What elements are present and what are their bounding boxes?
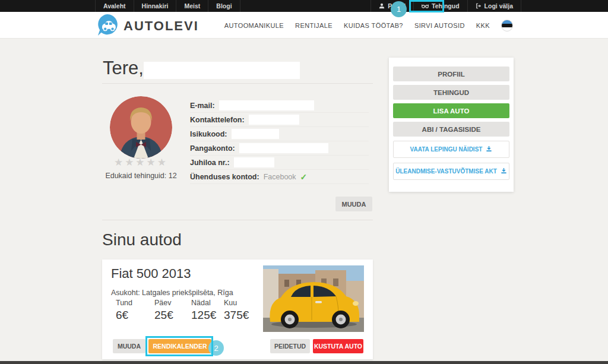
topbar-item-tehingud[interactable]: Tehingud [414,0,467,12]
logout-icon [476,3,482,9]
top-black-bar: Avaleht Hinnakiri Meist Blogi Profiil Te… [0,0,608,12]
price-value: 375€ [224,309,249,322]
price-period-label: Päev [154,299,173,307]
topbar-item-blogi[interactable]: Blogi [208,0,240,12]
car-hidden-button[interactable]: PEIDETUD [270,339,310,353]
price-value: 125€ [191,309,216,322]
connected-account-facebook: Facebook [264,173,296,181]
field-label: Juhiloa nr.: [190,159,230,167]
topbar-item-label: Avaleht [103,2,126,10]
price-column-month: Kuu 375€ [224,299,249,322]
button-label: VAATA LEPINGU NÄIDIST [410,146,483,153]
topbar-item-logout[interactable]: Logi välja [468,0,521,12]
sidebar-tehingud-button[interactable]: TEHINGUD [393,85,509,100]
annotation-step-2-badge: 2 [208,340,224,356]
successful-transactions-label: Edukaid tehinguid: 12 [95,172,187,180]
user-icon [379,3,385,9]
divider [102,220,373,220]
download-icon [486,145,492,153]
redacted-bank-value [239,143,328,153]
redacted-idcode-value [232,129,279,139]
car-title: Fiat 500 2013 [111,266,191,281]
delete-car-button[interactable]: KUSTUTA AUTO [313,339,363,353]
autolevi-logo-icon [96,14,119,39]
field-label: E-mail: [190,102,215,110]
price-value: 25€ [154,309,173,322]
price-column-week: Nädal 125€ [191,299,216,322]
annotation-step-1-badge: 1 [391,1,407,17]
brand-name: AUTOLEVI [124,18,199,34]
redacted-email-value [219,100,314,110]
nav-kuidas-tootab[interactable]: KUIDAS TÖÖTAB? [344,22,403,29]
autolevi-logo[interactable]: AUTOLEVI [96,14,199,39]
redacted-license-value [234,157,274,167]
nav-kkk[interactable]: KKK [476,22,490,29]
field-label: Kontakttelefon: [190,116,245,124]
nav-rentijale[interactable]: RENTIJALE [295,22,332,29]
topbar-item-hinnakiri[interactable]: Hinnakiri [134,0,177,12]
profile-fields: E-mail: Kontakttelefon: Isikukood: Panga… [190,99,369,184]
price-period-label: Tund [116,299,132,307]
topbar-item-label: Meist [184,2,200,10]
divider [102,83,373,84]
topbar-item-label: Hinnakiri [142,2,169,10]
field-row-bank: Pangakonto: [190,141,369,156]
field-label: Pangakonto: [190,144,235,153]
download-icon [501,167,507,175]
topbar-left-menu: Avaleht Hinnakiri Meist Blogi [95,0,240,12]
topbar-item-label: Blogi [216,2,232,10]
profile-photo [110,96,172,159]
estonia-flag-icon[interactable] [501,20,513,31]
price-value: 6€ [116,309,132,322]
car-edit-button[interactable]: MUUDA [113,339,145,353]
button-label: ÜLEANDMISE-VASTUVÕTMISE AKT [395,168,497,175]
field-row-license: Juhiloa nr.: [190,156,369,170]
profile-sidebar: PROFIIL TEHINGUD LISA AUTO ABI / TAGASIS… [389,58,514,192]
contract-sample-download-button[interactable]: VAATA LEPINGU NÄIDIST [393,141,509,158]
your-cars-title: Sinu autod [102,230,182,249]
autolevi-profile-page: Avaleht Hinnakiri Meist Blogi Profiil Te… [0,0,608,364]
field-label: Isikukood: [190,130,227,138]
price-column-hour: Tund 6€ [116,299,132,322]
sidebar-profiil-button[interactable]: PROFIIL [393,67,509,81]
car-card: Fiat 500 2013 Asukoht: Latgales priekšpi… [102,259,373,359]
sidebar-lisa-auto-button[interactable]: LISA AUTO [393,103,509,118]
field-label: Ühenduses kontod: [190,173,259,181]
rating-stars: ★★★★★ [102,156,180,169]
facebook-connected-check-icon: ✓ [300,172,308,182]
car-location: Asukoht: Latgales priekšpilsēta, Rīga [111,289,233,297]
footer-strip [0,361,608,364]
topbar-item-meist[interactable]: Meist [176,0,208,12]
topbar-item-avaleht[interactable]: Avaleht [95,0,134,12]
price-column-day: Päev 25€ [154,299,173,322]
glasses-icon [422,4,429,9]
field-row-email: E-mail: [190,99,369,113]
main-nav: AUTOOMANIKULE RENTIJALE KUIDAS TÖÖTAB? S… [224,12,513,39]
handover-act-download-button[interactable]: ÜLEANDMISE-VASTUVÕTMISE AKT [393,163,509,180]
topbar-item-label: Logi välja [484,2,513,10]
price-period-label: Nädal [191,299,216,307]
redacted-phone-value [249,115,299,125]
field-row-idcode: Isikukood: [190,127,369,141]
nav-sirvi-autosid[interactable]: SIRVI AUTOSID [414,22,465,29]
price-period-label: Kuu [224,299,249,307]
edit-profile-button[interactable]: MUUDA [335,197,372,211]
car-photo [263,265,364,332]
field-row-phone: Kontakttelefon: [190,113,369,127]
topbar-item-label: Tehingud [432,2,459,10]
nav-autoomanikule[interactable]: AUTOOMANIKULE [224,22,284,29]
sidebar-abi-tagasiside-button[interactable]: ABI / TAGASISIDE [393,122,509,137]
page-greeting: Tere, [103,58,144,79]
rental-calendar-button[interactable]: RENDIKALENDER [148,339,211,353]
field-row-connected-accounts: Ühenduses kontod: Facebook ✓ [190,170,369,184]
redacted-user-name [144,62,300,79]
site-header: AUTOLEVI AUTOOMANIKULE RENTIJALE KUIDAS … [0,12,608,39]
